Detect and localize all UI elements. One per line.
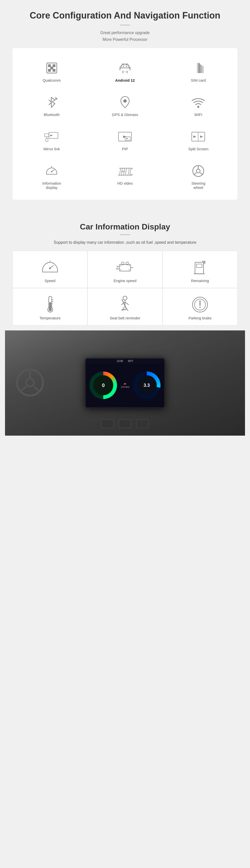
- wifi-label: WIFI: [194, 113, 203, 117]
- android12-label: Android 12: [115, 78, 135, 83]
- svg-line-49: [200, 173, 203, 175]
- infodisplay-label: Informationdisplay: [42, 181, 61, 190]
- speed-label: Speed: [44, 279, 55, 283]
- svg-marker-27: [50, 134, 53, 136]
- info-grid: Speed: [12, 251, 238, 326]
- feature-item-steeringwheel: Steeringwheel: [162, 156, 235, 195]
- svg-point-65: [129, 269, 130, 270]
- svg-point-24: [123, 99, 127, 103]
- svg-point-46: [197, 169, 200, 173]
- section-car-title: Car Information Display: [5, 222, 245, 231]
- svg-rect-19: [201, 65, 203, 73]
- svg-rect-5: [50, 67, 53, 69]
- car-image-section: 10:08 80°F 0 🚗 17274mi: [5, 331, 245, 436]
- svg-rect-3: [48, 69, 51, 72]
- svg-rect-17: [198, 63, 200, 73]
- svg-rect-30: [46, 138, 48, 142]
- feature-item-simcard: SIM card: [162, 53, 235, 87]
- feature-card: Qualcomm: [12, 48, 238, 200]
- svg-point-73: [49, 308, 52, 311]
- svg-point-63: [129, 265, 130, 266]
- info-item-remaining: Remaining: [163, 251, 237, 288]
- dash-odometer: 17274mi: [121, 386, 130, 388]
- feature-item-splitscreen: Split Screen: [162, 122, 235, 156]
- svg-marker-39: [200, 135, 203, 138]
- feature-item-qualcomm: Qualcomm: [15, 53, 88, 87]
- enginespeed-label: Engine speed: [113, 279, 137, 283]
- feature-item-mirrorlink: Mirror link: [15, 122, 88, 156]
- svg-rect-4: [52, 69, 55, 72]
- bluetooth-icon: [43, 95, 61, 110]
- info-item-parkingbrake: Parking brake: [163, 288, 237, 325]
- svg-point-52: [49, 268, 51, 269]
- steeringwheel-label: Steeringwheel: [191, 181, 205, 190]
- mirrorlink-label: Mirror link: [43, 147, 60, 151]
- svg-text:HD: HD: [118, 165, 133, 178]
- svg-line-90: [21, 386, 26, 391]
- pip-icon: [116, 129, 134, 144]
- android-icon: [116, 61, 134, 76]
- svg-point-77: [123, 296, 127, 300]
- svg-marker-38: [193, 135, 197, 138]
- svg-rect-1: [48, 64, 51, 67]
- splitscreen-label: Split Screen: [188, 147, 209, 151]
- mirrorlink-icon: [43, 129, 61, 144]
- gps-label: GPS & Glonass: [112, 113, 138, 117]
- svg-point-9: [123, 66, 124, 67]
- svg-point-64: [120, 269, 121, 270]
- info-item-seatbelt: Seat belt reminder: [88, 288, 162, 325]
- bluetooth-label: Bluetooth: [44, 113, 60, 117]
- svg-point-88: [26, 378, 34, 386]
- svg-rect-54: [119, 265, 131, 271]
- steeringwheel-icon: [189, 163, 207, 179]
- svg-rect-18: [200, 64, 201, 73]
- subtitle-line2: More Powerful Processor: [103, 37, 147, 41]
- info-item-speed: Speed: [13, 251, 87, 288]
- feature-item-hdvideo: HD HD video: [88, 156, 162, 195]
- section-core-title: Core Configuration And Navigation Functi…: [5, 10, 245, 21]
- splitscreen-icon: [189, 129, 207, 144]
- infodisplay-icon: [43, 163, 61, 179]
- feature-item-pip: PIP: [88, 122, 162, 156]
- feature-item-gps: GPS & Glonass: [88, 87, 162, 122]
- svg-rect-67: [197, 264, 202, 268]
- info-item-temperature: Temperature: [13, 288, 87, 325]
- wifi-icon: [189, 95, 207, 110]
- svg-point-25: [197, 106, 199, 108]
- hdvideo-label: HD video: [117, 181, 133, 185]
- divider-2: [120, 235, 130, 235]
- svg-point-86: [200, 306, 201, 308]
- pip-label: PIP: [122, 147, 128, 151]
- dash-left-value: 0: [102, 382, 105, 388]
- feature-item-infodisplay: Informationdisplay: [15, 156, 88, 195]
- feature-grid: Qualcomm: [15, 53, 235, 195]
- svg-point-10: [126, 66, 127, 67]
- divider-1: [120, 25, 130, 25]
- svg-rect-2: [52, 64, 55, 67]
- parkingbrake-icon: [190, 296, 210, 313]
- hdvideo-icon: HD: [116, 163, 134, 179]
- section-car-subtitle: Support to display many car infomration …: [5, 239, 245, 246]
- enginespeed-icon: [115, 258, 135, 276]
- temperature-label: Temperature: [39, 316, 61, 320]
- parkingbrake-label: Parking brake: [188, 316, 212, 320]
- speed-icon: [40, 258, 60, 276]
- seatbelt-label: Seat belt reminder: [110, 316, 141, 320]
- temperature-icon: [40, 296, 60, 313]
- dash-temp: 80°F: [128, 360, 133, 363]
- section-core-subtitle: Great performance upgrade More Powerful …: [5, 29, 245, 43]
- section-core: Core Configuration And Navigation Functi…: [0, 0, 250, 212]
- svg-point-42: [51, 171, 52, 173]
- info-item-enginespeed: Engine speed: [88, 251, 162, 288]
- svg-rect-20: [203, 66, 204, 73]
- remaining-icon: [190, 258, 210, 276]
- dash-right-value: 3.3: [143, 383, 150, 388]
- svg-rect-7: [121, 68, 129, 72]
- svg-rect-28: [44, 134, 49, 137]
- simcard-label: SIM card: [191, 78, 206, 83]
- qualcomm-label: Qualcomm: [42, 78, 61, 83]
- subtitle-line1: Great performance upgrade: [100, 31, 149, 35]
- qualcomm-icon: [43, 61, 61, 76]
- remaining-label: Remaining: [191, 279, 209, 283]
- svg-line-80: [125, 302, 129, 305]
